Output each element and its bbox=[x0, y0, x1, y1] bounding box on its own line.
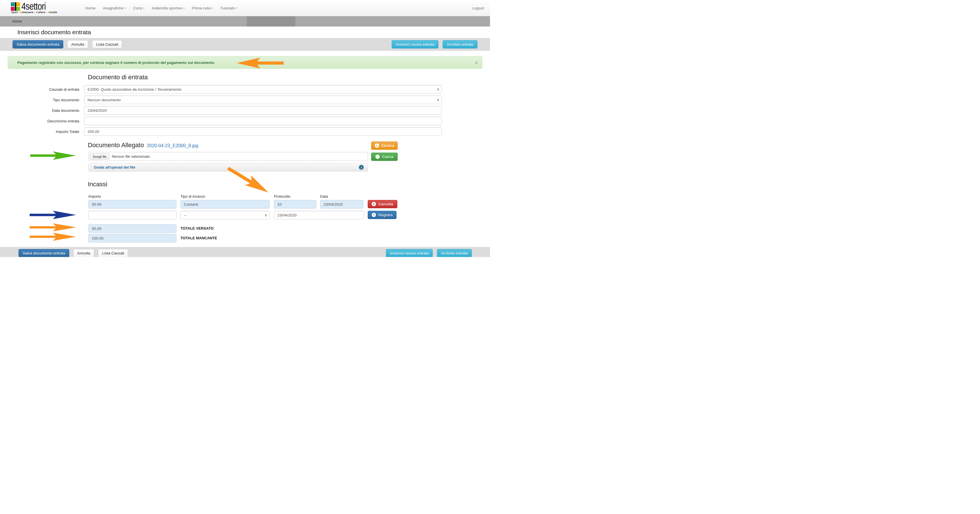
attachment-section: Documento Allegato 2020-04-23_E2000_8.jp… bbox=[0, 142, 490, 171]
logo-square-red bbox=[11, 7, 14, 11]
totale-versato-label: TOTALE VERSATO bbox=[180, 224, 213, 233]
form-row-causale: Causale di entrata E2000. Quote associat… bbox=[0, 85, 490, 94]
upload-guide-link[interactable]: Guida all'upload dei file bbox=[94, 165, 135, 169]
col-header-data: Data bbox=[320, 194, 328, 198]
archive-button-bottom[interactable]: Archivio entrate bbox=[437, 249, 472, 257]
causale-select[interactable]: E2000. Quote associative da Iscrizione /… bbox=[84, 85, 442, 94]
logo-divider-bar bbox=[15, 2, 16, 11]
nav-item-home[interactable]: Home bbox=[81, 0, 99, 16]
lista-causali-button-bottom[interactable]: Lista Causali bbox=[98, 249, 128, 257]
attachment-heading: Documento Allegato bbox=[88, 142, 144, 149]
new-incasso-tipo-select[interactable]: -- ▲▼ bbox=[180, 211, 270, 219]
importo-totale-input[interactable] bbox=[84, 127, 442, 136]
totale-versato-row: TOTALE VERSATO bbox=[0, 224, 490, 233]
form-row-data-documento: Data documento bbox=[0, 106, 490, 115]
form-row-tipo-documento: Tipo documento Nessun documento ▲▼ bbox=[0, 96, 490, 104]
attachment-file-link[interactable]: 2020-04-23_E2000_8.jpg bbox=[147, 143, 198, 148]
totale-mancante-field bbox=[88, 234, 177, 243]
archive-button[interactable]: Archivio entrate bbox=[443, 40, 477, 48]
totale-versato-field bbox=[88, 224, 177, 233]
registra-button[interactable]: + Registra bbox=[368, 211, 396, 219]
incassi-section: Incassi Importo Tipo di incasso Protocol… bbox=[0, 180, 490, 243]
file-input[interactable]: Scegli file Nessun file selezionato bbox=[88, 152, 368, 161]
document-form-heading: Documento di entrata bbox=[88, 73, 490, 81]
brand-wordmark: 4settori bbox=[21, 2, 46, 11]
toolbar-top-right: Inserisci nuova entrata Archivio entrate bbox=[392, 40, 477, 48]
delete-attachment-button[interactable]: ✕ Elimina bbox=[371, 142, 398, 150]
top-navbar: 4settori Sport - Benessere - Cultura - S… bbox=[0, 0, 490, 16]
chevron-down-icon: ▾ bbox=[236, 0, 237, 16]
incasso-tipo-field bbox=[180, 200, 270, 209]
data-documento-input[interactable] bbox=[84, 106, 442, 115]
col-header-protocollo: Protocollo bbox=[274, 194, 291, 198]
totale-mancante-row: TOTALE MANCANTE bbox=[0, 234, 490, 243]
logo-square-teal bbox=[11, 2, 14, 6]
nav-item-anagrafiche[interactable]: Anagrafiche▾ bbox=[99, 0, 129, 16]
chevron-down-icon: ▾ bbox=[183, 0, 185, 16]
save-button-bottom[interactable]: Salva documento entrata bbox=[19, 249, 69, 257]
document-form: Documento di entrata Causale di entrata … bbox=[0, 73, 490, 136]
logout-link[interactable]: Logout bbox=[469, 0, 488, 16]
descrizione-input[interactable] bbox=[84, 117, 442, 125]
chevron-down-icon: ▾ bbox=[124, 0, 126, 16]
totale-mancante-label: TOTALE MANCANTE bbox=[180, 234, 217, 243]
brand-tagline: Sport - Benessere - Cultura - Sociale bbox=[11, 11, 57, 14]
incassi-heading: Incassi bbox=[88, 180, 107, 188]
brand-logo[interactable]: 4settori Sport - Benessere - Cultura - S… bbox=[11, 2, 68, 14]
col-header-tipo-incasso: Tipo di incasso bbox=[180, 194, 205, 198]
select-stepper-icon: ▲▼ bbox=[437, 98, 439, 101]
choose-file-button[interactable]: Scegli file bbox=[90, 154, 110, 160]
new-incasso-importo-input[interactable] bbox=[88, 211, 177, 219]
select-stepper-icon: ▲▼ bbox=[437, 88, 439, 91]
chevron-down-icon: ▾ bbox=[212, 0, 213, 16]
cancel-button[interactable]: Annulla bbox=[67, 40, 88, 48]
upload-guide-bar[interactable]: Guida all'upload dei file i bbox=[88, 163, 368, 171]
toolbar-top-left: Salva documento entrata Annulla Lista Ca… bbox=[13, 40, 122, 48]
nav-item-tutorials[interactable]: Tutorials▾ bbox=[216, 0, 241, 16]
incasso-importo-field bbox=[88, 200, 177, 209]
info-icon: i bbox=[359, 165, 364, 170]
toolbar-top: Salva documento entrata Annulla Lista Ca… bbox=[0, 38, 490, 51]
tipo-documento-label: Tipo documento bbox=[0, 98, 84, 102]
circle-x-icon: ✕ bbox=[375, 144, 379, 148]
data-documento-label: Data documento bbox=[0, 109, 84, 113]
new-entry-button[interactable]: Inserisci nuova entrata bbox=[392, 40, 438, 48]
logo-square-green bbox=[16, 7, 20, 11]
nav-item-indennita-sportive[interactable]: Indennità sportive▾ bbox=[148, 0, 188, 16]
tipo-documento-select[interactable]: Nessun documento ▲▼ bbox=[84, 96, 442, 104]
form-row-importo-totale: Importo Totale bbox=[0, 127, 490, 136]
file-input-placeholder: Nessun file selezionato bbox=[112, 154, 150, 159]
chevron-down-icon: ▾ bbox=[143, 0, 145, 16]
toolbar-bottom-right: Inserisci nuova entrata Archivio entrate bbox=[386, 249, 472, 257]
toolbar-bottom: Salva documento entrata Annulla Lista Ca… bbox=[0, 247, 490, 257]
cancel-button-bottom[interactable]: Annulla bbox=[73, 249, 94, 257]
new-entry-button-bottom[interactable]: Inserisci nuova entrata bbox=[386, 249, 433, 257]
upload-attachment-button[interactable]: ↑ Carica bbox=[371, 153, 398, 161]
toolbar-bottom-left: Salva documento entrata Annulla Lista Ca… bbox=[19, 249, 128, 257]
title-area: Inserisci documento entrata bbox=[0, 27, 490, 38]
incasso-protocollo-field bbox=[274, 200, 317, 209]
page-title: Inserisci documento entrata bbox=[18, 29, 91, 36]
select-stepper-icon: ▲▼ bbox=[265, 214, 267, 217]
col-header-importo: Importo bbox=[88, 194, 101, 198]
breadcrumb-shade bbox=[247, 16, 295, 27]
logo-square-yellow bbox=[16, 2, 20, 6]
lista-causali-button[interactable]: Lista Causali bbox=[92, 40, 122, 48]
new-incasso-data-input[interactable] bbox=[274, 211, 364, 219]
alert-message: Pagamento registrato con successo, per c… bbox=[18, 61, 215, 65]
incasso-row: ✕ Cancella bbox=[0, 200, 490, 209]
circle-up-arrow-icon: ↑ bbox=[375, 155, 380, 159]
causale-label: Causale di entrata bbox=[0, 87, 84, 91]
nav-item-corsi[interactable]: Corsi▾ bbox=[129, 0, 148, 16]
circle-x-icon: ✕ bbox=[372, 202, 376, 206]
main-nav: Home Anagrafiche▾ Corsi▾ Indennità sport… bbox=[81, 0, 241, 16]
breadcrumb-bar: Home bbox=[0, 16, 490, 27]
brand-squares-icon bbox=[11, 2, 20, 11]
close-icon[interactable]: x bbox=[475, 61, 477, 64]
cancella-button[interactable]: ✕ Cancella bbox=[368, 200, 397, 208]
importo-totale-label: Importo Totale bbox=[0, 129, 84, 134]
nav-item-prima-nota[interactable]: Prima nota▾ bbox=[188, 0, 216, 16]
form-row-descrizione: Descrizione entrata bbox=[0, 117, 490, 125]
breadcrumb-home[interactable]: Home bbox=[12, 19, 22, 23]
save-button[interactable]: Salva documento entrata bbox=[13, 40, 63, 48]
